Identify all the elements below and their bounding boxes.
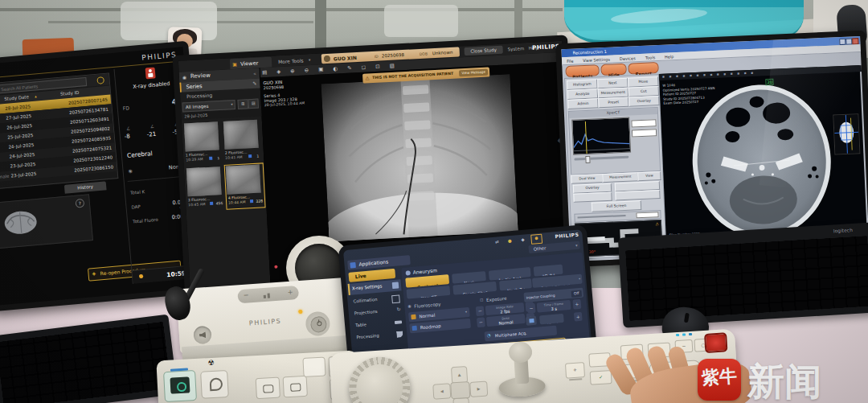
- xray-settings-label: X-ray Settings: [352, 283, 383, 290]
- thumbnail-2[interactable]: 2 Fluorosc... 10:41 AM 1: [222, 118, 262, 163]
- value-field[interactable]: [631, 119, 656, 127]
- worklist-window: Study Date ▴ Study ID 28-Jul-2025 202507…: [0, 72, 118, 189]
- projections-label: Projections: [354, 309, 378, 316]
- patient-orientation-button[interactable]: Patient Orientation ▾: [532, 274, 583, 288]
- neck-button[interactable]: Neck: [452, 271, 486, 284]
- neck-2x-button[interactable]: Neck 2x: [499, 278, 532, 290]
- xperct-button[interactable]: XperCT: [406, 286, 450, 299]
- grid-view-button[interactable]: ⊞: [237, 99, 248, 109]
- tab-dual-view[interactable]: Dual View: [571, 174, 603, 184]
- export-button[interactable]: Export: [628, 62, 659, 75]
- thumbnail-time: 10:44 AM: [228, 200, 246, 205]
- active-tab-bar: [179, 83, 182, 93]
- collapse-icon[interactable]: «: [253, 71, 256, 76]
- tool-overlay[interactable]: Overlay: [628, 96, 659, 107]
- tab-view[interactable]: View: [637, 171, 661, 181]
- strip-field[interactable]: [636, 212, 658, 218]
- table-icon: [395, 320, 402, 324]
- nav-crosshair-view: [833, 114, 859, 154]
- nav-thumbnail[interactable]: [833, 113, 860, 154]
- procedure-label: Aneurysm: [412, 267, 437, 275]
- multiphase-icon: ◔: [487, 333, 491, 338]
- dap-label: DAP: [131, 204, 141, 210]
- thumbnail-4-selected[interactable]: 4 Fluorosc... 10:44 AM 328: [224, 162, 266, 209]
- fluoroscopy-image: [321, 74, 518, 241]
- review-title: Review: [190, 72, 211, 80]
- kv-plus-button[interactable]: +: [574, 312, 583, 322]
- joystick-knob: [508, 341, 533, 364]
- frames-icon: [210, 202, 213, 205]
- patients-button[interactable]: Patients: [565, 64, 600, 77]
- status-led: [139, 274, 143, 278]
- strip-slider[interactable]: [578, 215, 626, 219]
- detector-icon-button[interactable]: [526, 316, 537, 326]
- single-shot-button[interactable]: Single Shot: [452, 282, 497, 295]
- dose-minus-button[interactable]: −: [477, 317, 485, 327]
- cell-date: 23-Jul-2025: [10, 169, 37, 181]
- time-plus-button[interactable]: +: [572, 299, 581, 310]
- 3dra-button[interactable]: 3D-RA: [534, 265, 563, 277]
- edit-icon[interactable]: ✎: [252, 80, 256, 86]
- sort-asc-icon[interactable]: ▴: [35, 92, 37, 101]
- warning-text: THIS IS NOT THE ACQUISITION PATIENT: [372, 72, 453, 80]
- panel-button[interactable]: [573, 192, 612, 203]
- speech-button: [283, 376, 308, 398]
- kv-display[interactable]: 48 kV: [539, 314, 564, 325]
- xray-settings-icon: [392, 282, 399, 289]
- table-icon: ◆: [521, 237, 525, 242]
- slider-thumb[interactable]: [585, 156, 590, 163]
- thumbnail-time: 10:41 AM: [225, 155, 243, 160]
- tab-more-tools[interactable]: More Tools: [278, 58, 304, 65]
- logitech-logo: logitech: [833, 227, 853, 233]
- fd-label: FD: [122, 105, 129, 111]
- hide-button[interactable]: Hide: [600, 64, 627, 76]
- overlay-patient-name: GUO XIN: [263, 79, 304, 86]
- tool-admin[interactable]: Admin: [567, 98, 598, 109]
- system-menu[interactable]: System: [507, 46, 524, 51]
- fluoroscopy-icon: ◉: [407, 303, 411, 308]
- tool-preset[interactable]: Preset: [598, 97, 628, 109]
- thumbnail-3[interactable]: 3 Fluorosc... 10:45 AM 456: [185, 165, 225, 210]
- help-icon[interactable]: ?: [75, 199, 84, 208]
- menu-view-settings[interactable]: View Settings: [583, 57, 610, 63]
- key-grid: [625, 236, 868, 321]
- menu-devices[interactable]: Devices: [620, 56, 636, 61]
- exposure-icon: ⊡: [480, 297, 484, 302]
- procedure-preview-panel: ?: [0, 194, 93, 249]
- menu-file[interactable]: File: [567, 59, 574, 64]
- volume-down-button: −: [243, 291, 248, 298]
- patient-id: 20250698: [382, 52, 404, 58]
- injector-label: Injector Coupling: [526, 293, 555, 299]
- volume-bars-icon: [264, 295, 266, 298]
- list-view-button[interactable]: ▤: [248, 99, 259, 109]
- overlay-date: 28-Jul-2025, 10:44 AM: [264, 101, 305, 108]
- thumbnail-1[interactable]: 1 Fluorosc... 10:39 AM 1: [182, 120, 223, 165]
- view-message-button[interactable]: View Message: [459, 69, 488, 77]
- menu-help[interactable]: Help: [665, 54, 674, 59]
- history-tab[interactable]: History: [64, 181, 107, 193]
- thumbnail-count: 456: [215, 201, 223, 205]
- other-dropdown[interactable]: Other ▾: [528, 241, 580, 254]
- speech-icon: [290, 383, 301, 392]
- close-study-button[interactable]: Close Study: [464, 46, 502, 56]
- volume-bars-icon: [268, 294, 270, 298]
- chevron-down-icon[interactable]: ▾: [309, 57, 311, 62]
- patient-name: GUO XIN: [334, 55, 357, 62]
- window-title: Reconstruction 1: [572, 49, 606, 56]
- active-menu-bar: [348, 284, 350, 295]
- patient-position-button: [302, 357, 326, 377]
- image-rate-minus-button[interactable]: −: [476, 306, 485, 316]
- watermark-label: 新闻: [747, 357, 821, 403]
- tab-measurement[interactable]: Measurement: [602, 172, 638, 183]
- brain-icon: [1, 208, 40, 238]
- menu-tools[interactable]: Tools: [645, 55, 656, 60]
- panel-button[interactable]: [615, 190, 660, 200]
- series-tab-label: Series: [186, 83, 202, 90]
- keyboard-right: logitech: [618, 222, 868, 327]
- cell-name: [0, 113, 4, 115]
- value-field[interactable]: [632, 129, 657, 137]
- threshold-slider[interactable]: [574, 156, 628, 161]
- search-icon[interactable]: [96, 76, 104, 84]
- time-minus-button[interactable]: −: [527, 303, 536, 314]
- led-indicators: [676, 332, 700, 337]
